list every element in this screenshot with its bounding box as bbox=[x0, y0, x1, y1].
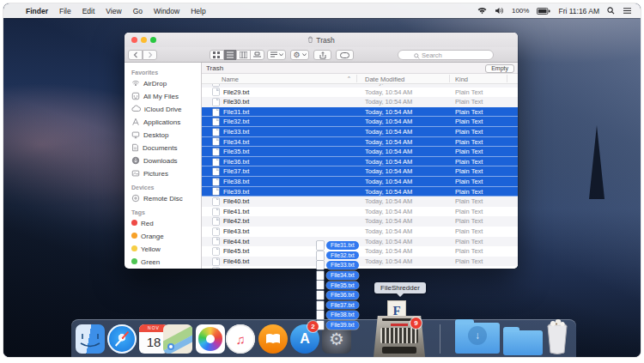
dock-safari-icon[interactable] bbox=[107, 324, 137, 354]
battery-percent: 100% bbox=[512, 7, 529, 15]
sidebar-item-applications[interactable]: Applications bbox=[131, 116, 201, 129]
file-icon bbox=[213, 168, 219, 175]
action-gear-button[interactable]: ⚙ bbox=[290, 50, 309, 60]
sidebar-item-orange[interactable]: Orange bbox=[131, 230, 201, 243]
file-row-File42[interactable]: File42.txtToday, 10:54 AMPlain Text bbox=[202, 216, 518, 227]
file-date: Today, 10:54 AM bbox=[365, 88, 412, 98]
window-titlebar[interactable]: Trash bbox=[125, 33, 518, 47]
dock-photos-icon[interactable] bbox=[196, 324, 225, 354]
file-date: Today, 10:54 AM bbox=[365, 137, 412, 148]
column-date-modified[interactable]: Date Modified bbox=[365, 76, 404, 83]
file-row-File29[interactable]: File29.txtToday, 10:54 AMPlain Text bbox=[202, 88, 518, 98]
file-row-File33[interactable]: File33.txtToday, 10:54 AMPlain Text bbox=[202, 127, 518, 137]
file-row-File30[interactable]: File30.txtToday, 10:54 AMPlain Text bbox=[202, 97, 518, 107]
file-row-File39[interactable]: File39.txtToday, 10:54 AMPlain Text bbox=[202, 187, 518, 197]
file-row-File38[interactable]: File38.txtToday, 10:54 AMPlain Text bbox=[202, 177, 518, 187]
column-view-button[interactable] bbox=[237, 50, 251, 60]
sidebar-item-remote-disc[interactable]: Remote Disc bbox=[131, 192, 201, 205]
sidebar-item-documents[interactable]: Documents bbox=[131, 142, 201, 154]
menu-clock[interactable]: Fri 11:16 AM bbox=[558, 7, 599, 15]
allfiles-icon bbox=[131, 92, 140, 102]
dock-itunes-icon[interactable]: ♫ bbox=[226, 324, 255, 354]
file-row-File44[interactable]: File44.txtToday, 10:54 AMPlain Text bbox=[202, 237, 518, 247]
sidebar-item-label: Green bbox=[141, 258, 160, 266]
sidebar-item-label: Documents bbox=[143, 144, 177, 152]
dock-maps-icon[interactable] bbox=[163, 324, 192, 354]
drag-ghost-File39: File39.txt bbox=[317, 321, 359, 330]
drag-filename-pill: File32.txt bbox=[326, 251, 359, 260]
file-date: Today, 10:54 AM bbox=[365, 117, 412, 127]
volume-icon[interactable] bbox=[495, 7, 504, 15]
dock-ibooks-icon[interactable] bbox=[258, 324, 288, 354]
sidebar-section-tags: Tags bbox=[131, 209, 201, 215]
dock-folder-icon[interactable] bbox=[503, 326, 543, 355]
dock-trash-icon[interactable] bbox=[544, 318, 571, 355]
notification-center-icon[interactable] bbox=[623, 7, 632, 15]
menu-finder[interactable]: Finder bbox=[26, 7, 48, 15]
sidebar-item-label: Applications bbox=[143, 118, 180, 126]
icloud-icon bbox=[131, 105, 141, 114]
forward-button[interactable] bbox=[143, 50, 157, 60]
arrange-menu-button[interactable] bbox=[267, 50, 286, 60]
drag-filename-pill: File38.txt bbox=[326, 311, 359, 319]
file-row-File37[interactable]: File37.txtToday, 10:54 AMPlain Text bbox=[202, 166, 518, 177]
tags-button[interactable] bbox=[336, 50, 354, 60]
menu-go[interactable]: Go bbox=[133, 7, 143, 15]
search-input[interactable]: Search bbox=[398, 50, 494, 60]
sidebar-item-yellow[interactable]: Yellow bbox=[131, 243, 201, 256]
sidebar-item-downloads[interactable]: Downloads bbox=[131, 154, 201, 167]
file-name: File32.txt bbox=[223, 117, 249, 127]
back-button[interactable] bbox=[128, 50, 143, 60]
file-row-File32[interactable]: File32.txtToday, 10:54 AMPlain Text bbox=[202, 117, 518, 127]
sidebar-item-label: Remote Disc bbox=[143, 195, 183, 203]
file-row-File43[interactable]: File43.txtToday, 10:54 AMPlain Text bbox=[202, 227, 518, 237]
file-kind: Plain Text bbox=[455, 197, 483, 207]
sidebar-item-pictures[interactable]: Pictures bbox=[131, 167, 201, 180]
spotlight-search-icon[interactable] bbox=[607, 7, 615, 15]
menu-window[interactable]: Window bbox=[154, 7, 179, 15]
dock-finder-icon[interactable] bbox=[76, 324, 105, 354]
dock-downloads-icon[interactable]: ↓ bbox=[455, 317, 500, 354]
file-row-File41[interactable]: File41.txtToday, 10:54 AMPlain Text bbox=[202, 207, 518, 217]
sidebar-item-airdrop[interactable]: AirDrop bbox=[131, 77, 201, 90]
sidebar-item-desktop[interactable]: Desktop bbox=[131, 129, 201, 142]
menu-view[interactable]: View bbox=[106, 7, 121, 15]
file-row-File40[interactable]: File40.txtToday, 10:54 AMPlain Text bbox=[202, 197, 518, 207]
share-button[interactable] bbox=[313, 50, 331, 60]
wifi-icon[interactable] bbox=[477, 7, 487, 15]
sidebar-item-label: iCloud Drive bbox=[144, 106, 182, 113]
file-date: Today, 10:54 AM bbox=[365, 97, 412, 107]
sidebar-item-label: Orange bbox=[141, 233, 164, 240]
coverflow-view-button[interactable] bbox=[251, 50, 264, 60]
menu-edit[interactable]: Edit bbox=[82, 7, 95, 15]
applications-icon bbox=[131, 118, 140, 128]
file-row-File34[interactable]: File34.txtToday, 10:54 AMPlain Text bbox=[202, 137, 518, 148]
file-row-File47[interactable]: File47.txtToday, 10:54 AMPlain Text bbox=[202, 266, 518, 269]
list-view-button[interactable] bbox=[224, 50, 238, 60]
sidebar-item-red[interactable]: Red bbox=[131, 217, 201, 230]
empty-trash-button[interactable]: Empty bbox=[485, 64, 514, 73]
view-mode-segment[interactable] bbox=[210, 50, 264, 60]
file-row-File45[interactable]: File45.txtToday, 10:54 AMPlain Text bbox=[202, 246, 518, 257]
file-icon bbox=[213, 258, 219, 265]
sidebar-item-all-my-files[interactable]: All My Files bbox=[131, 90, 201, 103]
icon-view-button[interactable] bbox=[210, 50, 224, 60]
menu-help[interactable]: Help bbox=[191, 7, 205, 15]
drag-ghost-File31: File31.txt bbox=[317, 241, 359, 250]
column-name[interactable]: Name bbox=[222, 76, 239, 83]
file-icon bbox=[317, 271, 324, 280]
dock-fileshredder-icon[interactable]: F bbox=[372, 300, 427, 357]
sidebar-item-icloud-drive[interactable]: iCloud Drive bbox=[131, 103, 201, 116]
file-row-File46[interactable]: File46.txtToday, 10:54 AMPlain Text bbox=[202, 257, 518, 267]
sidebar-item-green[interactable]: Green bbox=[131, 256, 201, 269]
file-icon bbox=[317, 251, 324, 260]
file-row-File35[interactable]: File35.txtToday, 10:54 AMPlain Text bbox=[202, 147, 518, 157]
file-name: File41.txt bbox=[223, 207, 249, 217]
file-row-File36[interactable]: File36.txtToday, 10:54 AMPlain Text bbox=[202, 157, 518, 167]
file-kind: Plain Text bbox=[455, 157, 483, 167]
file-row-File31[interactable]: File31.txtToday, 10:54 AMPlain Text bbox=[202, 107, 518, 118]
file-kind: Plain Text bbox=[455, 216, 483, 227]
column-kind[interactable]: Kind bbox=[455, 76, 468, 83]
menu-file[interactable]: File bbox=[59, 7, 71, 15]
file-name: File38.txt bbox=[223, 177, 249, 187]
